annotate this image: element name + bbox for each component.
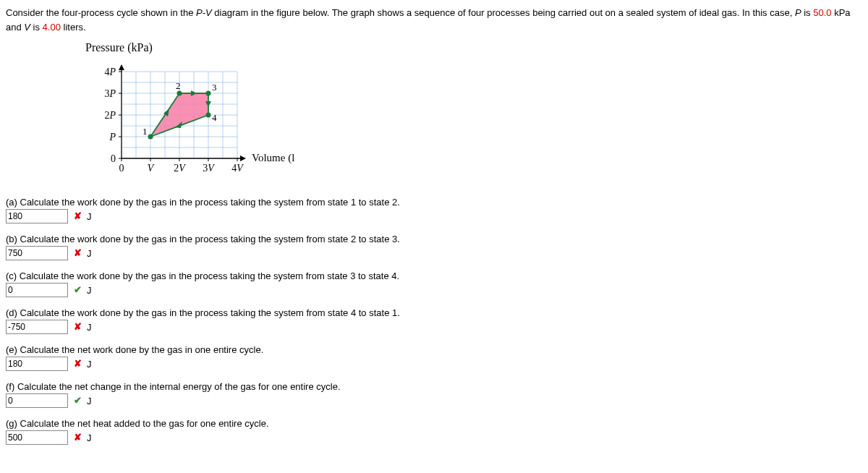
question-g-text: (g) Calculate the net heat added to the … [6,418,862,429]
answer-d-input[interactable] [6,320,68,334]
svg-text:2P: 2P [104,110,116,121]
wrong-icon: ✘ [72,248,82,258]
question-f: (f) Calculate the net change in the inte… [6,381,862,408]
text: diagram in the figure below. The graph s… [212,7,795,18]
svg-text:0: 0 [119,163,124,174]
P-value: 50.0 [813,7,831,18]
pv-diagram: Pressure (kPa) [78,41,862,182]
wrong-icon: ✘ [72,211,82,221]
answer-g-input[interactable] [6,430,68,445]
answer-f-input[interactable] [6,393,68,408]
svg-text:2: 2 [176,80,181,91]
question-e-text: (e) Calculate the net work done by the g… [6,344,862,355]
unit-label: J [87,211,92,222]
pv-var: P-V [196,7,212,18]
unit-label: J [87,285,92,296]
svg-point-39 [148,135,153,140]
question-c: (c) Calculate the work done by the gas i… [6,270,862,297]
svg-text:Volume (liters): Volume (liters) [252,152,295,164]
text: is [801,7,814,18]
question-b-text: (b) Calculate the work done by the gas i… [6,234,862,244]
svg-text:4V: 4V [231,163,244,174]
svg-text:V: V [148,163,155,174]
text: Consider the four-process cycle shown in… [6,7,196,18]
unit-label: J [87,322,92,333]
svg-point-41 [206,91,211,96]
wrong-icon: ✘ [72,359,82,369]
diagram-title: Pressure (kPa) [85,41,862,54]
unit-label: J [87,248,92,259]
question-d: (d) Calculate the work done by the gas i… [6,307,862,334]
P-var: P [795,7,801,18]
svg-text:3P: 3P [104,88,116,99]
answer-b-input[interactable] [6,246,68,260]
wrong-icon: ✘ [72,322,82,332]
answer-a-input[interactable] [6,209,68,223]
question-b: (b) Calculate the work done by the gas i… [6,234,862,260]
svg-text:1: 1 [142,126,148,137]
correct-icon: ✔ [72,396,82,406]
unit-label: J [87,359,92,370]
svg-point-40 [177,91,182,96]
text: liters. [61,22,86,33]
svg-text:3V: 3V [203,163,215,174]
unit-label: J [87,396,92,406]
V-value: 4.00 [43,22,61,33]
question-f-text: (f) Calculate the net change in the inte… [6,381,862,392]
svg-point-42 [206,113,211,118]
question-g: (g) Calculate the net heat added to the … [6,418,862,445]
pv-diagram-svg: 1 2 3 4 0 P 2P 3P 4P 0 V 2V 3V 4V Volume… [78,57,295,180]
svg-text:4: 4 [212,112,217,123]
problem-statement: Consider the four-process cycle shown in… [6,6,862,34]
V-var: V [24,22,30,33]
svg-text:4P: 4P [104,67,116,77]
question-a: (a) Calculate the work done by the gas i… [6,197,862,223]
svg-marker-20 [240,155,246,161]
svg-text:P: P [109,132,116,142]
answer-c-input[interactable] [6,283,68,297]
text: is [30,22,43,33]
question-a-text: (a) Calculate the work done by the gas i… [6,197,862,208]
svg-marker-18 [119,64,124,70]
question-d-text: (d) Calculate the work done by the gas i… [6,307,862,318]
correct-icon: ✔ [72,285,82,295]
answer-e-input[interactable] [6,357,68,371]
svg-text:0: 0 [111,153,116,164]
svg-text:3: 3 [212,82,217,93]
question-c-text: (c) Calculate the work done by the gas i… [6,270,862,281]
wrong-icon: ✘ [72,432,82,443]
unit-label: J [87,432,92,443]
question-e: (e) Calculate the net work done by the g… [6,344,862,371]
svg-text:2V: 2V [174,163,186,174]
